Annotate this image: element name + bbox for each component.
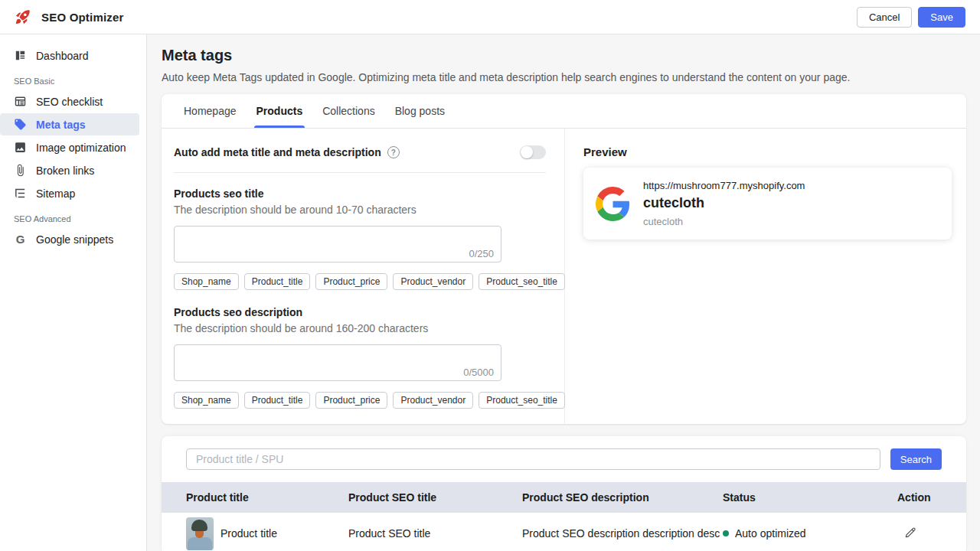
help-icon[interactable]: ? (387, 146, 400, 158)
tab-collections[interactable]: Collections (312, 94, 384, 128)
sidebar-item-label: Sitemap (36, 187, 75, 200)
seo-description-hint: The description should be around 160-200… (174, 322, 546, 334)
seo-title-label: Products seo title (174, 187, 546, 200)
top-bar: SEO Optimizer Cancel Save (0, 0, 980, 34)
page-title: Meta tags (162, 47, 966, 64)
chip-product-title[interactable]: Product_title (244, 392, 311, 409)
preview-url: https://mushroom777.myshopify.com (643, 180, 805, 191)
tab-homepage[interactable]: Homepage (174, 94, 247, 128)
col-header-seo-title: Product SEO title (348, 491, 522, 504)
tag-icon (14, 118, 27, 131)
app-logo: SEO Optimizer (15, 8, 124, 25)
preview-description: cutecloth (643, 216, 805, 227)
page-subtitle: Auto keep Meta Tags updated in Google. O… (162, 71, 966, 83)
table-row: Product title Product SEO title Product … (162, 513, 966, 551)
chip-product-vendor[interactable]: Product_vendor (393, 273, 473, 290)
preview-panel: Preview https://mushroom777.myshopify.co… (565, 129, 966, 424)
sidebar-section-seo-advanced: SEO Advanced (0, 214, 146, 223)
google-preview-card: https://mushroom777.myshopify.com cutecl… (583, 168, 952, 240)
tab-products[interactable]: Products (247, 94, 313, 128)
status-badge: Auto optimized (735, 527, 806, 540)
product-thumbnail (186, 517, 214, 550)
sidebar-item-dashboard[interactable]: Dashboard (0, 44, 146, 67)
products-table-card: Search Product title Product SEO title P… (162, 436, 966, 551)
seo-title-section: Products seo title The description shoul… (174, 187, 546, 290)
product-seo-description-cell: Product SEO description description desc (522, 527, 723, 540)
product-seo-title-cell: Product SEO title (348, 527, 522, 540)
status-cell: Auto optimized (723, 527, 897, 540)
main-content: Meta tags Auto keep Meta Tags updated in… (147, 34, 980, 551)
sidebar-item-label: Broken links (36, 165, 94, 177)
sidebar-item-seo-checklist[interactable]: SEO checklist (0, 90, 146, 112)
sidebar-item-label: Dashboard (36, 50, 89, 62)
divider (174, 172, 546, 173)
tab-bar: Homepage Products Collections Blog posts (162, 94, 966, 129)
seo-title-hint: The description should be around 10-70 c… (174, 204, 546, 216)
auto-add-label: Auto add meta title and meta description (174, 146, 381, 158)
sidebar-item-image-optimization[interactable]: Image optimization (0, 136, 146, 158)
chip-product-title[interactable]: Product_title (244, 273, 311, 290)
rocket-icon (15, 8, 31, 25)
auto-add-label-wrap: Auto add meta title and meta description… (174, 146, 400, 158)
chip-product-price[interactable]: Product_price (315, 392, 387, 409)
sidebar-item-sitemap[interactable]: Sitemap (0, 182, 146, 204)
sidebar-item-label: SEO checklist (36, 96, 103, 108)
app-name: SEO Optimizer (41, 11, 124, 24)
sidebar-item-meta-tags[interactable]: Meta tags (0, 113, 139, 135)
product-title-cell: Product title (220, 527, 277, 540)
col-header-seo-description: Product SEO description (522, 491, 723, 504)
dashboard-icon (14, 49, 27, 62)
auto-add-toggle[interactable] (520, 145, 546, 159)
checklist-icon (14, 95, 27, 108)
sidebar-item-broken-links[interactable]: Broken links (0, 159, 146, 181)
preview-heading: Preview (583, 145, 952, 158)
seo-description-input[interactable] (174, 344, 501, 381)
seo-title-input[interactable] (174, 226, 501, 262)
preview-title: cutecloth (643, 195, 805, 211)
seo-description-label: Products seo description (174, 306, 546, 318)
chip-product-seo-title[interactable]: Product_seo_title (479, 392, 565, 409)
edit-icon[interactable] (903, 526, 917, 540)
product-search-input[interactable] (186, 448, 880, 470)
google-logo-icon (596, 187, 630, 221)
link-icon (14, 164, 27, 177)
search-button[interactable]: Search (890, 448, 942, 470)
col-header-product-title: Product title (186, 491, 348, 504)
sitemap-icon (14, 187, 27, 200)
sidebar: Dashboard SEO Basic SEO checklist Meta t… (0, 34, 147, 551)
meta-tags-card: Homepage Products Collections Blog posts… (162, 94, 966, 424)
chip-shop-name[interactable]: Shop_name (174, 392, 239, 409)
sidebar-item-label: Google snippets (36, 233, 113, 246)
variable-chips: Shop_name Product_title Product_price Pr… (174, 273, 546, 290)
meta-form: Auto add meta title and meta description… (162, 129, 565, 424)
chip-shop-name[interactable]: Shop_name (174, 273, 239, 290)
col-header-status: Status (723, 491, 897, 504)
sidebar-item-label: Image optimization (36, 142, 126, 154)
col-header-action: Action (897, 491, 942, 504)
cancel-button[interactable]: Cancel (857, 7, 912, 28)
sidebar-item-google-snippets[interactable]: G Google snippets (0, 228, 146, 250)
chip-product-seo-title[interactable]: Product_seo_title (479, 273, 565, 290)
sidebar-item-label: Meta tags (36, 119, 86, 131)
toggle-knob (521, 146, 533, 158)
save-button[interactable]: Save (918, 7, 965, 28)
sidebar-section-seo-basic: SEO Basic (0, 77, 146, 86)
seo-description-section: Products seo description The description… (174, 306, 546, 409)
chip-product-vendor[interactable]: Product_vendor (393, 392, 473, 409)
table-header-row: Product title Product SEO title Product … (162, 482, 966, 513)
status-dot (723, 530, 729, 536)
google-g-icon: G (14, 233, 27, 246)
tab-blog-posts[interactable]: Blog posts (385, 94, 455, 128)
chip-product-price[interactable]: Product_price (315, 273, 387, 290)
variable-chips: Shop_name Product_title Product_price Pr… (174, 392, 546, 409)
image-icon (14, 141, 27, 154)
